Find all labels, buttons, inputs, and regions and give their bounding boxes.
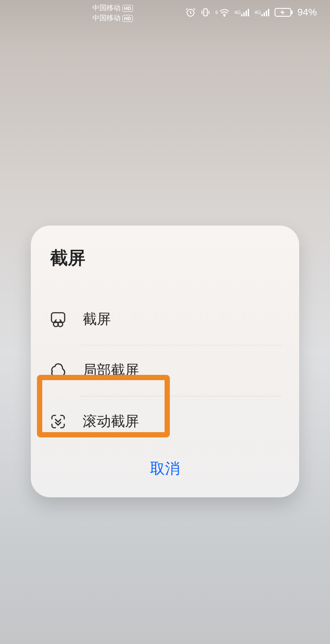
svg-rect-13 [51, 313, 65, 322]
svg-rect-5 [246, 11, 247, 16]
option-label: 滚动截屏 [83, 412, 139, 431]
svg-rect-7 [261, 14, 263, 16]
hd-badge-2: HD [122, 15, 133, 22]
status-bar-carriers: 中国移动 HD 中国移动 HD [92, 4, 133, 23]
screenshot-icon [48, 310, 68, 329]
svg-rect-12 [291, 11, 293, 14]
screenshot-options-list: 截屏 局部截屏 滚动截屏 [48, 294, 282, 447]
option-scroll-screenshot[interactable]: 滚动截屏 [48, 396, 282, 447]
svg-rect-4 [243, 12, 245, 16]
svg-rect-10 [268, 9, 269, 16]
signal-1-icon: 4G [235, 8, 250, 16]
carrier-1: 中国移动 [92, 4, 121, 13]
scroll-screenshot-icon [48, 412, 68, 431]
svg-rect-6 [248, 9, 249, 16]
battery-icon [275, 8, 293, 17]
alarm-icon [185, 7, 196, 18]
screenshot-modal: 截屏 截屏 局部截屏 [31, 226, 299, 497]
status-bar-right: 6 4G 4G 94% [185, 4, 317, 21]
modal-title: 截屏 [50, 246, 282, 270]
status-bar: 中国移动 HD 中国移动 HD 6 4G 4G 94% [0, 0, 330, 26]
option-label: 局部截屏 [83, 361, 139, 380]
svg-rect-1 [204, 9, 207, 16]
cancel-button[interactable]: 取消 [150, 459, 180, 479]
battery-percent: 94% [297, 7, 317, 18]
hd-badge-1: HD [122, 5, 133, 12]
option-partial-screenshot[interactable]: 局部截屏 [48, 345, 282, 396]
option-screenshot[interactable]: 截屏 [48, 294, 282, 345]
carrier-2: 中国移动 [92, 14, 121, 23]
cancel-row: 取消 [48, 447, 282, 492]
svg-point-2 [224, 15, 225, 16]
svg-rect-8 [264, 12, 265, 16]
partial-screenshot-icon [48, 361, 68, 380]
wifi-icon: 6 [215, 8, 230, 17]
option-label: 截屏 [83, 310, 111, 329]
signal-2-icon: 4G [254, 8, 270, 16]
vibrate-icon [200, 7, 211, 18]
svg-rect-9 [266, 11, 267, 16]
svg-rect-3 [241, 14, 242, 16]
